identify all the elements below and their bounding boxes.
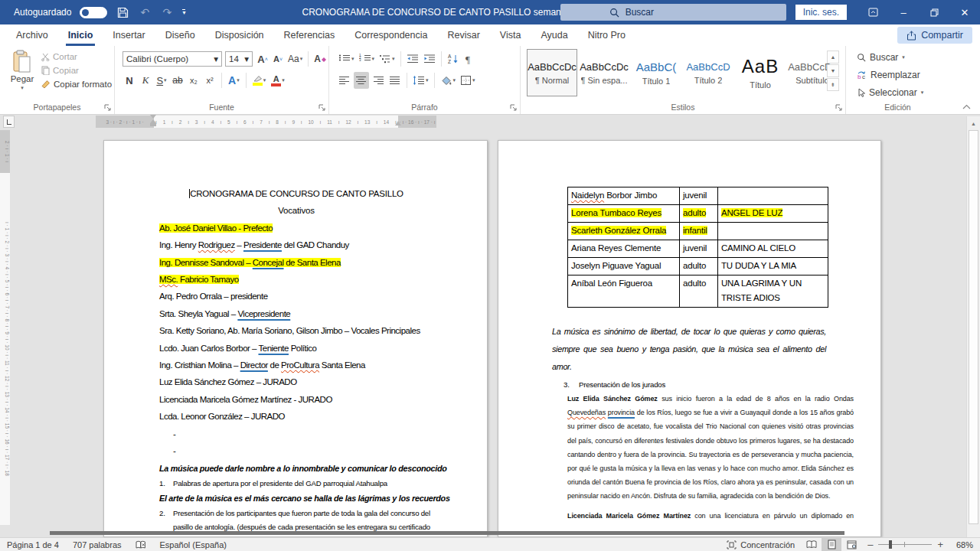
styles-gallery-expand-icon[interactable]: ⇟	[827, 78, 839, 91]
borders-button[interactable]: ▾	[459, 72, 477, 89]
table-cell[interactable]: UNA LAGRIMA Y UN TRISTE ADIOS	[718, 276, 828, 308]
table-cell[interactable]: adulto	[680, 276, 718, 308]
subscript-button[interactable]: x₂	[187, 72, 201, 89]
shrink-font-button[interactable]: A˅	[271, 51, 285, 67]
table-cell[interactable]	[718, 187, 828, 205]
multilevel-list-button[interactable]: ▾	[377, 51, 397, 67]
redo-icon[interactable]: ↷	[160, 5, 174, 19]
close-button[interactable]: ✕	[949, 0, 980, 24]
style-título-1[interactable]: AaBbC(Título 1	[631, 49, 681, 96]
tab-revisar[interactable]: Revisar	[437, 24, 489, 46]
copy-button[interactable]: Copiar	[41, 66, 112, 75]
vertical-ruler[interactable]: 2 · ı · 1 · ı ı · 1 · ı · 2 · ı · 3 · ı …	[0, 130, 10, 537]
text-highlight-button[interactable]: ▾	[251, 72, 268, 89]
horizontal-ruler[interactable]: 3 · ı · 2 · ı · 1 · ı · ı1ı2ı3ı4ı5ı6ı7ı8…	[96, 116, 436, 128]
tab-archivo[interactable]: Archivo	[6, 24, 58, 46]
share-button[interactable]: Compartir	[897, 27, 972, 44]
print-layout-button[interactable]	[822, 538, 841, 551]
font-name-combo[interactable]: Calibri (Cuerpo) ▾	[122, 51, 222, 67]
table-cell[interactable]: juvenil	[680, 187, 718, 205]
page-indicator[interactable]: Página 1 de 4	[0, 540, 66, 549]
focus-mode-button[interactable]: Concentración	[720, 540, 802, 549]
numbering-button[interactable]: 123▾	[358, 51, 377, 67]
ribbon-display-options-button[interactable]	[858, 0, 888, 24]
table-cell[interactable]: Aníbal León Figueroa	[568, 276, 680, 308]
font-size-combo[interactable]: 14 ▾	[225, 51, 253, 67]
minimize-button[interactable]: –	[888, 0, 919, 24]
table-cell[interactable]: Joselyn Piguave Yagual	[568, 258, 680, 276]
replace-button[interactable]: bc Reemplazar	[857, 70, 920, 80]
zoom-slider[interactable]	[878, 544, 932, 545]
table-cell[interactable]: Lorena Tumbaco Reyes	[568, 205, 680, 223]
bold-button[interactable]: N	[122, 72, 136, 89]
style-título-2[interactable]: AaBbCcDTítulo 2	[683, 49, 733, 96]
vertical-scrollbar[interactable]: ▲	[966, 116, 980, 537]
font-color-button[interactable]: A ▾	[270, 72, 286, 89]
clear-formatting-button[interactable]: A	[312, 51, 328, 67]
zoom-out-button[interactable]: –	[867, 539, 873, 550]
right-indent-icon[interactable]	[395, 121, 401, 126]
italic-button[interactable]: K	[139, 72, 152, 89]
strikethrough-button[interactable]: ab	[171, 72, 185, 89]
paragraph-dialog-launcher-icon[interactable]	[510, 104, 518, 112]
line-spacing-button[interactable]: ▾	[411, 72, 430, 89]
save-icon[interactable]	[116, 5, 129, 19]
web-layout-button[interactable]	[841, 538, 861, 551]
tab-inicio[interactable]: Inicio	[58, 24, 103, 46]
proofing-status[interactable]	[129, 540, 153, 549]
autosave-toggle[interactable]	[80, 7, 107, 18]
zoom-level[interactable]: 68%	[949, 540, 980, 549]
style-título[interactable]: AaBTítulo	[735, 49, 786, 96]
table-cell[interactable]: Scarleth González Orrala	[568, 223, 680, 240]
tab-vista[interactable]: Vista	[490, 24, 531, 46]
styles-scroll-down-icon[interactable]: ▼	[827, 64, 839, 77]
sort-button[interactable]: AZ	[446, 51, 461, 67]
grow-font-button[interactable]: A˄	[256, 51, 270, 67]
tab-diseño[interactable]: Diseño	[155, 24, 205, 46]
format-painter-button[interactable]: Copiar formato	[41, 80, 112, 89]
table-cell[interactable]	[718, 223, 828, 240]
tab-stop-selector[interactable]	[3, 116, 15, 128]
table-cell[interactable]: adulto	[680, 258, 718, 276]
zoom-slider-thumb[interactable]	[889, 540, 892, 549]
shading-button[interactable]: ▾	[439, 72, 458, 89]
table-cell[interactable]: ANGEL DE LUZ	[718, 205, 828, 223]
language-indicator[interactable]: Español (España)	[153, 540, 234, 549]
table-cell[interactable]: juvenil	[680, 240, 718, 258]
clipboard-dialog-launcher-icon[interactable]	[104, 104, 112, 112]
text-effects-button[interactable]: A▾	[227, 72, 241, 89]
styles-scroll-up-icon[interactable]: ▲	[827, 51, 839, 64]
tab-referencias[interactable]: Referencias	[274, 24, 345, 46]
word-count[interactable]: 707 palabras	[66, 540, 129, 549]
style-normal[interactable]: AaBbCcDc¶ Normal	[527, 49, 577, 96]
tab-disposición[interactable]: Disposición	[205, 24, 274, 46]
table-cell[interactable]: Naidelyn Borbor Jimbo	[568, 187, 680, 205]
page-1[interactable]: CRONOGRAMA DE CONCURSO DE CANTO PASILLOV…	[103, 140, 488, 537]
customize-qat-icon[interactable]: ▾	[182, 9, 185, 15]
table-cell[interactable]: Ariana Reyes Clemente	[568, 240, 680, 258]
superscript-button[interactable]: x²	[203, 72, 217, 89]
tab-nitro-pro[interactable]: Nitro Pro	[578, 24, 635, 46]
align-right-button[interactable]	[371, 72, 386, 89]
table-cell[interactable]: TU DUDA Y LA MIA	[718, 258, 828, 276]
undo-icon[interactable]: ↶	[138, 5, 152, 19]
horizontal-scrollbar-thumb[interactable]	[50, 531, 844, 535]
table-cell[interactable]: CAMINO AL CIELO	[718, 240, 828, 258]
styles-dialog-launcher-icon[interactable]	[835, 104, 843, 112]
change-case-button[interactable]: Aa▾	[286, 51, 304, 67]
table-cell[interactable]: infantil	[680, 223, 718, 240]
zoom-in-button[interactable]: +	[937, 539, 943, 550]
cut-button[interactable]: Cortar	[41, 52, 112, 61]
justify-button[interactable]	[387, 72, 403, 89]
vertical-scrollbar-thumb[interactable]	[969, 130, 978, 524]
table-cell[interactable]: adulto	[680, 205, 718, 223]
bullets-button[interactable]: ▾	[337, 51, 356, 67]
indent-marker[interactable]	[150, 115, 157, 127]
underline-button[interactable]: S▾	[155, 72, 168, 89]
tab-insertar[interactable]: Insertar	[103, 24, 155, 46]
tab-ayuda[interactable]: Ayuda	[531, 24, 577, 46]
document-canvas[interactable]: 2 · ı · 1 · ı ı · 1 · ı · 2 · ı · 3 · ı …	[0, 130, 966, 537]
show-formatting-marks-button[interactable]: ¶	[462, 51, 476, 67]
collapse-ribbon-icon[interactable]	[962, 104, 971, 109]
scroll-up-icon[interactable]: ▲	[969, 119, 978, 128]
